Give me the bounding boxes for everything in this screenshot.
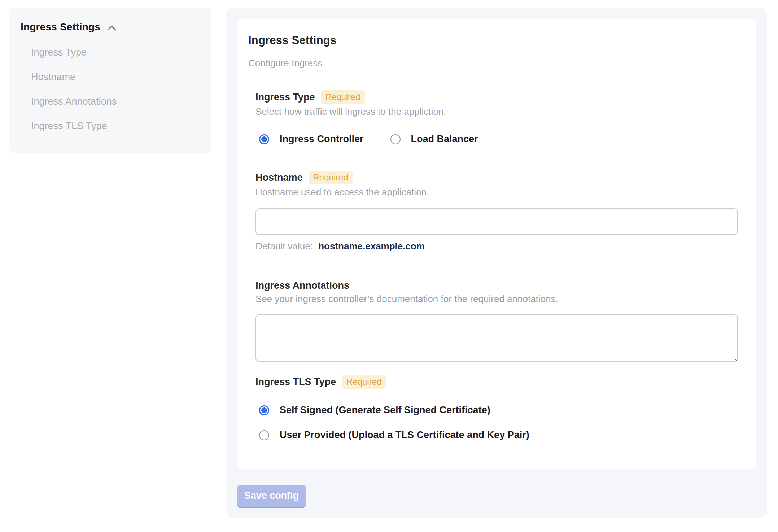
sidebar-item-ingress-type[interactable]: Ingress Type <box>31 47 200 57</box>
sidebar-item-hostname[interactable]: Hostname <box>31 72 200 82</box>
sidebar-section-toggle[interactable]: Ingress Settings <box>21 21 200 33</box>
sidebar-item-ingress-annotations[interactable]: Ingress Annotations <box>31 96 200 106</box>
radio-label: Ingress Controller <box>280 134 364 145</box>
ingress-annotations-description: See your ingress controller’s documentat… <box>255 293 738 304</box>
default-value-label: Default value: <box>255 241 313 252</box>
settings-main-panel: Ingress Settings Configure Ingress Ingre… <box>226 8 767 518</box>
ingress-tls-type-section: Ingress TLS Type Required Self Signed (G… <box>255 375 738 441</box>
radio-unselected-icon[interactable] <box>390 134 401 144</box>
ingress-annotations-textarea[interactable] <box>255 314 738 362</box>
radio-selected-icon[interactable] <box>259 134 269 144</box>
ingress-annotations-section: Ingress Annotations See your ingress con… <box>255 280 738 362</box>
radio-selected-icon[interactable] <box>259 405 269 415</box>
required-badge: Required <box>342 375 386 389</box>
radio-label: User Provided (Upload a TLS Certificate … <box>280 429 529 441</box>
default-value-text: hostname.example.com <box>318 241 425 252</box>
hostname-description: Hostname used to access the application. <box>255 187 738 197</box>
hostname-default-line: Default value: hostname.example.com <box>255 241 738 252</box>
settings-sidebar: Ingress Settings Ingress Type Hostname I… <box>9 8 211 153</box>
sidebar-nav: Ingress Type Hostname Ingress Annotation… <box>31 47 200 131</box>
hostname-input[interactable] <box>255 208 738 235</box>
ingress-tls-type-label: Ingress TLS Type <box>255 376 336 388</box>
save-config-button[interactable]: Save config <box>237 485 306 508</box>
required-badge: Required <box>309 171 353 184</box>
hostname-label: Hostname <box>255 172 303 183</box>
required-badge: Required <box>321 90 365 104</box>
radio-self-signed[interactable]: Self Signed (Generate Self Signed Certif… <box>259 405 738 416</box>
chevron-up-icon <box>107 25 117 31</box>
ingress-type-description: Select how traffic will ingress to the a… <box>255 106 738 117</box>
radio-label: Load Balancer <box>411 134 478 145</box>
radio-label: Self Signed (Generate Self Signed Certif… <box>280 405 490 416</box>
ingress-annotations-label: Ingress Annotations <box>255 280 349 291</box>
sidebar-item-ingress-tls-type[interactable]: Ingress TLS Type <box>31 121 200 131</box>
radio-user-provided[interactable]: User Provided (Upload a TLS Certificate … <box>259 429 738 441</box>
radio-unselected-icon[interactable] <box>259 430 269 440</box>
page-title: Ingress Settings <box>248 34 738 47</box>
radio-ingress-controller[interactable]: Ingress Controller <box>259 134 364 145</box>
radio-load-balancer[interactable]: Load Balancer <box>390 134 478 145</box>
sidebar-section-title: Ingress Settings <box>21 21 100 33</box>
page-subtitle: Configure Ingress <box>248 58 738 69</box>
ingress-settings-card: Ingress Settings Configure Ingress Ingre… <box>237 19 756 469</box>
ingress-tls-radio-group: Self Signed (Generate Self Signed Certif… <box>259 405 738 441</box>
ingress-type-radio-group: Ingress Controller Load Balancer <box>259 134 738 145</box>
hostname-section: Hostname Required Hostname used to acces… <box>255 171 738 252</box>
ingress-type-label: Ingress Type <box>255 91 315 103</box>
ingress-type-section: Ingress Type Required Select how traffic… <box>255 90 738 145</box>
